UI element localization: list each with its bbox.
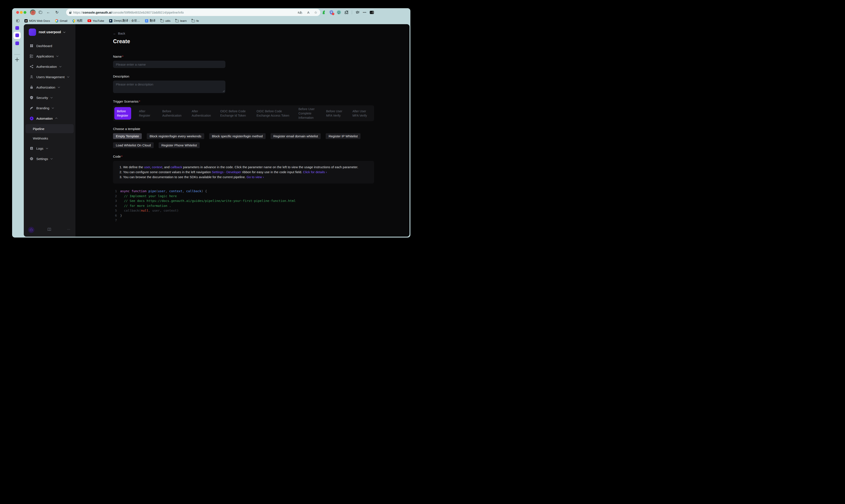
trigger-option-before-authentication[interactable]: Before Authentication [162,109,184,118]
extensions-puzzle-icon[interactable] [344,10,349,15]
page-title: Create [113,38,410,44]
minimize-window-button[interactable] [20,11,23,14]
vertical-tab-favicon-active[interactable] [15,34,19,37]
extension-green-icon[interactable] [322,10,326,15]
sidebar-item-logs[interactable]: Logs [24,143,75,154]
template-block-method[interactable]: Block specific register/login method [209,133,265,139]
code-editor[interactable]: 1 async function pipe(user, context, cal… [113,189,410,223]
chevron-down-icon [67,76,69,78]
sidebar-item-automation[interactable]: A Automation [24,113,75,124]
template-empty[interactable]: Empty Template [113,133,142,139]
template-email-whitelist[interactable]: Register email domain whitelist [271,133,321,139]
tab-overview-icon[interactable] [39,11,42,14]
context-param-link[interactable]: context [152,165,162,169]
translate-page-icon[interactable]: aあ [298,11,303,15]
vertical-tab-favicon[interactable] [15,26,19,30]
bookmark-gmail[interactable]: Gmail [55,19,67,22]
sidebar-item-users-management[interactable]: Users Management [24,72,75,82]
name-input[interactable] [113,61,225,68]
bookmark-star-icon[interactable]: ☆ [314,11,317,15]
trigger-option-after-authentication[interactable]: After Authentication [192,109,212,118]
sidebar-item-authentication[interactable]: Authentication [24,61,75,72]
reload-button[interactable]: ↻ [55,10,58,15]
deepl-icon [109,19,113,22]
code-label: Code* [113,155,410,158]
bookmark-youtube[interactable]: YouTube [88,19,104,22]
template-load-whitelist-cloud[interactable]: Load Whitelist On Cloud [113,142,154,148]
template-ip-whitelist[interactable]: Register IP Whitelist [326,133,361,139]
code-line: 2 // Implement your logic here [113,194,410,199]
callback-param-link[interactable]: callback [171,165,182,169]
profile-avatar[interactable] [30,10,36,15]
bookmark-folder-fe[interactable]: fe [192,19,199,22]
vertical-tab-favicon[interactable] [15,41,19,45]
code-line: 7 [113,218,410,223]
trigger-option-after-register[interactable]: After Register [139,109,155,118]
sidebar-toggle-icon[interactable] [370,11,374,14]
code-line: 4 // for more information . [113,203,410,209]
sidebar-item-authorization[interactable]: Authorization [24,82,75,92]
sidebar-item-branding[interactable]: Branding [24,103,75,113]
lock-icon [30,85,34,89]
reading-list-icon[interactable] [355,10,360,15]
bookmark-deepl[interactable]: DeepL翻译：全世… [109,19,140,23]
gear-icon [30,157,34,161]
main-pane: ← Back Create Name* Description Trigger … [75,24,410,237]
bookmark-folder-utils[interactable]: utils [160,19,171,22]
click-for-details-link[interactable]: Click for details › [303,170,327,174]
page-content: root userpool Dashboard Applications [24,24,410,237]
tab-sidebar-icon[interactable] [16,19,19,22]
sidebar-more-icon[interactable]: ⋯ [67,228,71,231]
sidebar-item-settings[interactable]: Settings [24,154,75,164]
mdn-icon: M [24,19,28,22]
chevron-down-icon [63,31,66,33]
sidebar-item-dashboard[interactable]: Dashboard [24,41,75,51]
settings-developer-link[interactable]: Settings - Developer [212,170,241,174]
template-block-weekends[interactable]: Block register/login every weekends [147,133,204,139]
trigger-option-oidc-id-token[interactable]: OIDC Before Code Exchange Id Token [220,109,249,118]
address-bar[interactable]: https://console.genauth.ai/console/59f86… [66,9,320,16]
sidebar-item-applications[interactable]: Applications [24,51,75,61]
back-button[interactable]: ← Back [113,32,125,35]
user-param-link[interactable]: user [144,165,150,169]
sidebar-item-pipeline[interactable]: Pipeline [25,124,74,133]
trigger-option-before-mfa-verify[interactable]: Before User MFA Verify [326,109,345,118]
new-tab-button[interactable] [15,57,19,62]
bookmark-translate[interactable]: 文翻译 [145,19,156,23]
toolbar-more-icon[interactable]: ••• [363,11,366,14]
share-icon [30,65,34,69]
code-line: 6} [113,213,410,218]
trigger-option-before-register[interactable]: Before Register [114,107,131,120]
bookmark-folder-learn[interactable]: learn [175,19,187,22]
code-note-2: 2. You can configure some constant value… [120,169,370,175]
sidebar-item-security[interactable]: Security [24,92,75,103]
trigger-option-oidc-access-token[interactable]: OIDC Before Code Exchange Access Token [257,109,291,118]
workspace-switcher[interactable]: root userpool [24,24,75,36]
template-phone-whitelist[interactable]: Register Phone Whitelist [159,142,200,148]
close-window-button[interactable] [16,11,19,14]
trigger-option-before-complete-info[interactable]: Before User Complete Information [298,107,318,120]
code-line: 1 async function pipe(user, context, cal… [113,189,410,194]
folder-icon [175,20,179,22]
bookmark-mdn[interactable]: MMDN Web Docs [24,19,50,22]
bookmarks-bar: MMDN Web Docs Gmail 地图 YouTube DeepL翻译：全… [12,18,410,24]
documentation-icon[interactable] [47,228,51,231]
chevron-down-icon [52,107,54,109]
extension-shield-icon[interactable]: ! [329,10,333,15]
app-sidebar: root userpool Dashboard Applications [24,24,75,237]
browser-back-button[interactable]: ← [47,10,50,15]
reader-view-icon[interactable]: A [307,11,309,14]
ai-assistant-button[interactable] [28,227,34,233]
tab-rail-divider [14,54,20,55]
dashboard-icon [30,44,34,48]
extension-monitor-icon[interactable] [337,10,341,15]
youtube-icon [88,19,91,22]
description-input[interactable] [113,80,225,93]
sidebar-item-webhooks[interactable]: Webhooks [24,133,75,143]
chevron-down-icon [51,96,53,98]
trigger-option-after-mfa-verify[interactable]: After User MFA Verify [352,109,370,118]
zoom-window-button[interactable] [23,11,27,14]
bookmark-maps[interactable]: 地图 [72,19,83,23]
code-note-3: 3. You can browse the documentation to s… [120,175,370,179]
go-to-view-link[interactable]: Go to view › [246,175,264,179]
